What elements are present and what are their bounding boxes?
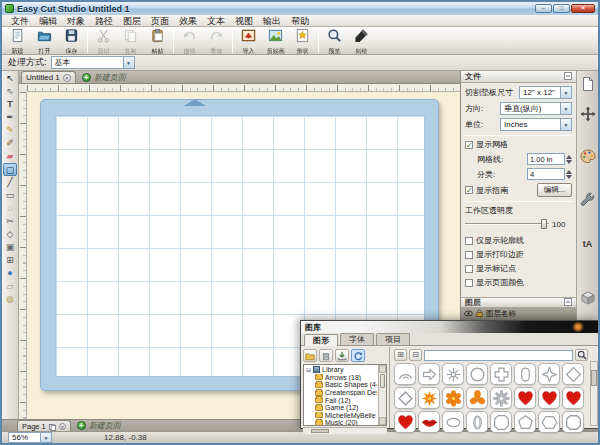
print-margins-checkbox[interactable] bbox=[465, 251, 473, 259]
menu-path[interactable]: 路径 bbox=[90, 15, 118, 27]
menu-file[interactable]: 文件 bbox=[6, 15, 34, 27]
wrench-dock-icon[interactable] bbox=[579, 191, 597, 209]
tree-item[interactable]: Game (12) bbox=[306, 404, 377, 412]
text-dock-icon[interactable]: tA bbox=[579, 235, 597, 253]
grid-view-button[interactable]: ⊞ bbox=[394, 349, 407, 361]
document-tab[interactable]: Untitled 1 ✕ bbox=[21, 71, 76, 83]
shape-tag[interactable] bbox=[514, 363, 536, 385]
menu-effects[interactable]: 效果 bbox=[174, 15, 202, 27]
menu-page[interactable]: 页面 bbox=[146, 15, 174, 27]
shape-pentagon[interactable] bbox=[514, 411, 536, 433]
library-delete-button[interactable] bbox=[319, 349, 333, 362]
new-page-button[interactable]: + 新建页面 bbox=[77, 420, 121, 431]
weld-mode-select[interactable]: 基本 ▼ bbox=[51, 56, 135, 69]
lasso-tool[interactable]: ◌ bbox=[3, 202, 17, 215]
shape-cross[interactable] bbox=[490, 363, 512, 385]
shapes-scrollbar[interactable] bbox=[590, 361, 598, 426]
tab-projects[interactable]: 项目 bbox=[376, 333, 410, 345]
outlines-only-checkbox[interactable] bbox=[465, 237, 473, 245]
shape-heart[interactable] bbox=[562, 387, 584, 409]
move-dock-icon[interactable] bbox=[579, 105, 597, 123]
knife-tool[interactable]: ╱ bbox=[3, 176, 17, 189]
search-magnifier-icon[interactable] bbox=[575, 349, 588, 361]
tree-item[interactable]: Basic Shapes (44) bbox=[306, 381, 377, 389]
units-select[interactable]: Inches ▼ bbox=[500, 118, 572, 131]
tree-root[interactable]: ⊟ Library bbox=[306, 366, 377, 374]
shape-node-tool[interactable]: ◇ bbox=[3, 228, 17, 241]
close-button[interactable]: ✕ bbox=[571, 4, 595, 13]
import-button[interactable]: 导入 bbox=[235, 28, 262, 54]
shape-gear[interactable] bbox=[490, 387, 512, 409]
pencil-tool[interactable]: ✎ bbox=[3, 124, 17, 137]
menu-text[interactable]: 文本 bbox=[202, 15, 230, 27]
brush-tool[interactable]: ✐ bbox=[3, 137, 17, 150]
table-tool[interactable]: ⊞ bbox=[3, 254, 17, 267]
tree-item[interactable]: Arrows (18) bbox=[306, 374, 377, 382]
subdivision-spinner[interactable]: 4 bbox=[527, 168, 572, 180]
small-eraser-tool[interactable]: ▱ bbox=[3, 280, 17, 293]
shape-circle[interactable] bbox=[466, 363, 488, 385]
shape-diamond[interactable] bbox=[562, 363, 584, 385]
document-dock-icon[interactable] bbox=[579, 75, 597, 93]
tab-shapes[interactable]: 图形 bbox=[304, 334, 338, 346]
tree-item[interactable]: Fall (12) bbox=[306, 396, 377, 404]
spinner-arrows-icon[interactable] bbox=[566, 155, 572, 164]
tree-item[interactable]: Createnspan Desi bbox=[306, 389, 377, 397]
transform-tool[interactable]: ▣ bbox=[3, 241, 17, 254]
page-color-checkbox[interactable] bbox=[465, 279, 473, 287]
library-search-input[interactable] bbox=[424, 350, 573, 361]
shape-snowflake[interactable] bbox=[442, 363, 464, 385]
new-button[interactable]: 新建 bbox=[4, 28, 31, 54]
shape-heart[interactable] bbox=[538, 387, 560, 409]
menu-output[interactable]: 输出 bbox=[258, 15, 286, 27]
shape-sunburst-flower[interactable] bbox=[418, 387, 440, 409]
shape-petal-flower[interactable] bbox=[466, 387, 488, 409]
shapes-tool[interactable]: ▢ bbox=[3, 163, 17, 176]
title-bar[interactable]: Easy Cut Studio Untitled 1 – □ ✕ bbox=[2, 2, 598, 15]
shape-heart[interactable] bbox=[394, 411, 416, 433]
palette-dock-icon[interactable] bbox=[579, 147, 597, 165]
show-grid-checkbox[interactable]: ✓ bbox=[465, 141, 473, 149]
shape-flower[interactable] bbox=[442, 387, 464, 409]
shape-heart[interactable] bbox=[514, 387, 536, 409]
gridlines-spinner[interactable]: 1.00 in bbox=[527, 153, 572, 165]
shape-star4[interactable] bbox=[538, 363, 560, 385]
open-button[interactable]: 打开 bbox=[31, 28, 58, 54]
library-title-bar[interactable]: 图库 bbox=[301, 321, 598, 333]
zoom-level-select[interactable]: 56% ▼ bbox=[8, 432, 52, 443]
menu-edit[interactable]: 编辑 bbox=[34, 15, 62, 27]
select-tool[interactable]: ↖ bbox=[3, 72, 17, 85]
tree-scrollbar[interactable] bbox=[378, 365, 386, 425]
tree-collapse-icon[interactable]: ⊟ bbox=[306, 366, 311, 373]
library-import-button[interactable] bbox=[335, 349, 349, 362]
eraser-tool[interactable]: ▰ bbox=[3, 150, 17, 163]
panel-collapse-icon[interactable] bbox=[564, 72, 572, 82]
shape-rounded-octagon[interactable] bbox=[562, 411, 584, 433]
tab-close-icon[interactable]: ✕ bbox=[63, 74, 71, 82]
reg-marks-checkbox[interactable] bbox=[465, 265, 473, 273]
scissors-tool[interactable]: ✂ bbox=[3, 215, 17, 228]
node-edit-tool[interactable]: ⇖ bbox=[3, 85, 17, 98]
document-panel-header[interactable]: 文件 bbox=[461, 71, 576, 83]
list-view-button[interactable]: ⊟ bbox=[409, 349, 422, 361]
shape-arrow-right[interactable] bbox=[418, 363, 440, 385]
shapes-button[interactable]: 形状 bbox=[289, 28, 316, 54]
library-folder-tree[interactable]: ⊟ Library Arrows (18) Basic Shapes (44) … bbox=[303, 364, 387, 426]
cut-plot-button[interactable]: 刻绘 bbox=[348, 28, 375, 54]
layers-dock-icon[interactable] bbox=[579, 289, 597, 307]
text-tool[interactable]: T bbox=[3, 98, 17, 111]
menu-view[interactable]: 视图 bbox=[230, 15, 258, 27]
library-refresh-button[interactable] bbox=[351, 349, 365, 362]
spinner-arrows-icon[interactable] bbox=[566, 170, 572, 179]
edit-mat-button[interactable]: 编辑... bbox=[537, 183, 572, 197]
maximize-button[interactable]: □ bbox=[553, 4, 570, 13]
page-tab[interactable]: Page 1 ✕ bbox=[17, 420, 71, 431]
visibility-eye-icon[interactable] bbox=[464, 310, 473, 319]
shape-ellipse[interactable] bbox=[442, 411, 464, 433]
shape-hexagon[interactable] bbox=[538, 411, 560, 433]
orientation-select[interactable]: 垂直(纵向) ▼ bbox=[500, 102, 572, 115]
pan-tool[interactable]: ◍ bbox=[3, 293, 17, 306]
workspace-alpha-slider[interactable] bbox=[465, 219, 549, 229]
tree-horizontal-scrollbar[interactable] bbox=[303, 427, 387, 434]
library-new-folder-button[interactable] bbox=[303, 349, 317, 362]
